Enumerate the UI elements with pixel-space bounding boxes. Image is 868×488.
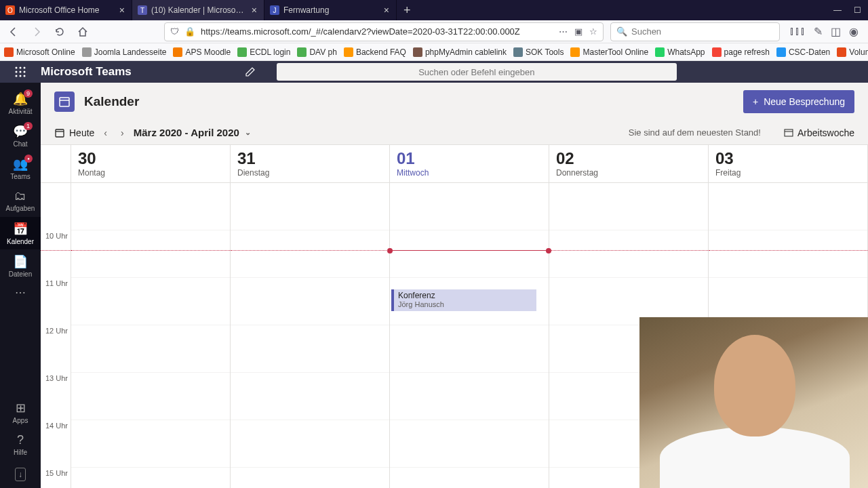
window-controls: — ☐ [833,5,868,15]
teams-search[interactable]: Suchen oder Befehl eingeben [277,63,677,81]
star-icon[interactable]: ☆ [589,26,597,37]
hour-label [41,183,71,230]
rail-tasks[interactable]: 🗂 Aufgaben [0,184,41,217]
bookmark-item[interactable]: phpMyAdmin cablelink [413,47,507,57]
rail-help[interactable]: ? Hilfe [0,428,41,461]
svg-point-3 [16,71,18,73]
now-indicator [231,250,389,251]
rail-teams[interactable]: 👥 Teams ● [0,152,41,184]
rail-more-icon[interactable]: ⋯ [15,286,26,299]
close-icon[interactable]: × [118,5,126,16]
browser-tab-office[interactable]: O Microsoft Office Home × [0,0,132,20]
svg-rect-13 [785,129,793,136]
rail-download[interactable]: ↓ [0,461,41,488]
day-header: 30 Montag [71,145,230,183]
day-column[interactable]: 01 Mittwoch KonferenzJörg Hanusch [390,145,549,488]
bookmark-item[interactable]: SOK Tools [513,47,564,57]
bookmark-item[interactable]: MasterTool Online [570,47,648,57]
bookmark-item[interactable]: APS Moodle [173,47,231,57]
time-column: 10 Uhr11 Uhr12 Uhr13 Uhr14 Uhr15 Uhr [41,145,71,488]
bookmark-item[interactable]: page refresh [712,47,770,57]
bookmark-icon [237,47,247,57]
now-indicator [71,250,230,251]
svg-rect-11 [56,129,64,137]
app-icon: J [270,5,279,15]
hour-label: 10 Uhr [41,230,71,278]
date-range[interactable]: März 2020 - April 2020 ⌄ [134,127,251,138]
prev-week-button[interactable]: ‹ [104,127,107,138]
new-meeting-button[interactable]: + Neue Besprechung [743,90,854,113]
reload-button[interactable] [50,22,69,41]
svg-point-6 [16,75,18,77]
bookmark-item[interactable]: Backend FAQ [344,47,406,57]
sidebar-icon[interactable]: ◫ [831,25,841,38]
shield-icon[interactable]: 🛡 [170,26,179,37]
rail-files[interactable]: 📄 Dateien [0,249,41,282]
minimize-icon[interactable]: — [833,5,842,15]
next-week-button[interactable]: › [121,127,124,138]
lock-icon: 🔒 [184,26,195,37]
more-icon[interactable]: ⋯ [559,26,568,37]
day-column[interactable]: 30 Montag [71,145,231,488]
bookmark-item[interactable]: Joomla Landesseite [82,47,167,57]
now-indicator [709,250,867,251]
bookmark-item[interactable]: Microsoft Online [4,47,75,57]
address-bar[interactable]: 🛡 🔒 https://teams.microsoft.com/_#/calen… [164,22,604,41]
rail-apps[interactable]: ⊞ Apps [0,396,41,428]
library-icon[interactable]: ⫿⫿⫿ [789,25,806,38]
svg-point-4 [20,71,22,73]
bookmark-item[interactable]: Volume Licensing Serv... [837,47,868,57]
day-header: 01 Mittwoch [390,145,549,183]
calendar-page-icon [54,92,75,112]
app-title: Microsoft Teams [41,65,132,79]
sync-status: Sie sind auf dem neuesten Stand! [629,127,761,138]
bookmark-item[interactable]: DAV ph [297,47,336,57]
today-button[interactable]: Heute [54,127,94,138]
calendar-event[interactable]: KonferenzJörg Hanusch [391,289,536,311]
app-rail: 🔔 Aktivität 9 💬 Chat 1 👥 Teams ● 🗂 Aufga… [0,83,41,488]
bookmark-icon [513,47,523,57]
bookmark-item[interactable]: CSC-Daten [776,47,830,57]
bookmark-icon [776,47,786,57]
browser-tab-teams[interactable]: T (10) Kalender | Microsoft Team... × [132,0,264,20]
day-column[interactable]: 31 Dienstag [231,145,390,488]
office-icon: O [5,5,15,15]
bookmark-item[interactable]: ECDL login [237,47,290,57]
app-launcher-icon[interactable] [0,66,41,77]
close-icon[interactable]: × [250,5,258,16]
hour-label: 15 Uhr [41,468,71,488]
teams-body: 🔔 Aktivität 9 💬 Chat 1 👥 Teams ● 🗂 Aufga… [0,83,868,488]
maximize-icon[interactable]: ☐ [854,5,861,15]
home-button[interactable] [73,22,92,41]
today-icon [54,127,65,138]
rail-calendar[interactable]: 📅 Kalender [0,217,41,249]
bookmark-icon [570,47,580,57]
svg-point-7 [20,75,22,77]
new-tab-button[interactable]: + [397,3,418,18]
plus-icon: + [753,96,758,107]
toolbar-icons: ⫿⫿⫿ ✎ ◫ ◉ [784,25,864,38]
account-icon[interactable]: ◉ [849,25,859,38]
rail-activity[interactable]: 🔔 Aktivität 9 [0,87,41,119]
teams-icon: T [138,5,147,15]
rail-chat[interactable]: 💬 Chat 1 [0,119,41,152]
eyedropper-icon[interactable]: ✎ [814,25,823,38]
webcam-overlay [639,317,868,488]
apps-icon: ⊞ [16,401,26,415]
url-text: https://teams.microsoft.com/_#/calendarv… [201,26,553,37]
close-icon[interactable]: × [382,5,391,16]
browser-navbar: 🛡 🔒 https://teams.microsoft.com/_#/calen… [0,20,868,43]
back-button[interactable] [4,22,23,41]
browser-search[interactable]: 🔍 Suchen [610,22,780,41]
bookmark-icon [655,47,665,57]
bookmark-item[interactable]: WhatsApp [655,47,705,57]
svg-point-5 [24,71,26,73]
compose-icon[interactable] [240,64,260,80]
bookmark-icon [344,47,353,57]
view-switch[interactable]: Arbeitswoche [784,127,854,138]
teams-header: Microsoft Teams Suchen oder Befehl einge… [0,61,868,83]
browser-tab-fernwartung[interactable]: J Fernwartung × [264,0,397,20]
hour-label: 13 Uhr [41,373,71,420]
reader-icon[interactable]: ▣ [574,26,583,37]
forward-button[interactable] [27,22,46,41]
